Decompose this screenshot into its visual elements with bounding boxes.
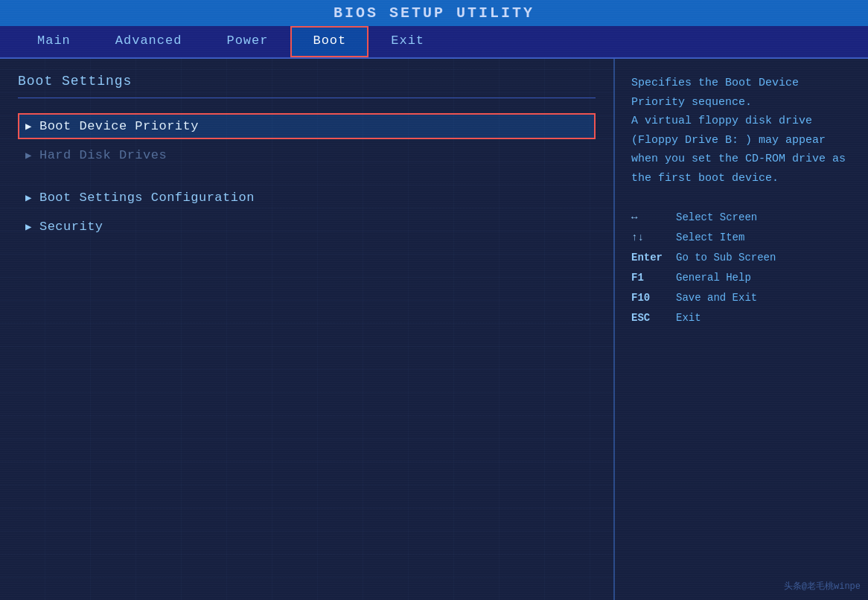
nav-bar: MainAdvancedPowerBootExit xyxy=(0,26,868,59)
key-desc: Select Item xyxy=(676,230,744,246)
arrow-icon: ▶ xyxy=(25,220,32,233)
title-bar: BIOS SETUP UTILITY xyxy=(0,0,868,26)
help-line: Specifies the Boot Device Priority seque… xyxy=(631,74,852,112)
key-desc: Select Screen xyxy=(676,210,757,226)
key-label: ESC xyxy=(631,310,676,326)
nav-item-boot[interactable]: Boot xyxy=(290,26,368,57)
key-desc: Exit xyxy=(676,310,701,326)
key-label: ↑↓ xyxy=(631,230,676,246)
right-panel: Specifies the Boot Device Priority seque… xyxy=(615,59,868,600)
nav-item-advanced[interactable]: Advanced xyxy=(93,26,205,57)
menu-item-security[interactable]: ▶Security xyxy=(18,214,596,240)
watermark: 头条@老毛桃winpe xyxy=(784,580,861,593)
menu-item-label: Boot Settings Configuration xyxy=(39,191,255,205)
main-content: Boot Settings ▶Boot Device Priority▶Hard… xyxy=(0,59,868,600)
title-text: BIOS SETUP UTILITY xyxy=(334,4,534,22)
menu-item-hard-disk-drives[interactable]: ▶Hard Disk Drives xyxy=(18,142,596,168)
nav-item-power[interactable]: Power xyxy=(204,26,290,57)
key-help-row: F10Save and Exit xyxy=(631,290,852,306)
key-help-row: F1General Help xyxy=(631,270,852,286)
section-title: Boot Settings xyxy=(18,74,596,89)
help-line: A virtual floppy disk drive (Floppy Driv… xyxy=(631,112,852,188)
menu-items-container: ▶Boot Device Priority▶Hard Disk Drives▶B… xyxy=(18,113,596,240)
menu-item-label: Boot Device Priority xyxy=(39,119,199,133)
menu-item-boot-settings-configuration[interactable]: ▶Boot Settings Configuration xyxy=(18,185,596,211)
divider xyxy=(18,98,596,98)
left-panel: Boot Settings ▶Boot Device Priority▶Hard… xyxy=(0,59,615,600)
key-help-row: EnterGo to Sub Screen xyxy=(631,250,852,266)
key-help-row: ↔Select Screen xyxy=(631,210,852,226)
key-label: Enter xyxy=(631,250,676,266)
help-text: Specifies the Boot Device Priority seque… xyxy=(631,74,852,188)
key-label: F10 xyxy=(631,290,676,306)
bios-screen: BIOS SETUP UTILITY MainAdvancedPowerBoot… xyxy=(0,0,868,600)
menu-item-boot-device-priority[interactable]: ▶Boot Device Priority xyxy=(18,113,596,139)
arrow-icon: ▶ xyxy=(25,120,32,133)
key-desc: General Help xyxy=(676,270,751,286)
key-help-row: ↑↓Select Item xyxy=(631,230,852,246)
key-label: ↔ xyxy=(631,210,676,226)
nav-item-main[interactable]: Main xyxy=(15,26,93,57)
nav-item-exit[interactable]: Exit xyxy=(368,26,447,57)
key-help-row: ESCExit xyxy=(631,310,852,326)
arrow-icon: ▶ xyxy=(25,191,32,204)
menu-item-label: Hard Disk Drives xyxy=(39,148,167,162)
key-label: F1 xyxy=(631,270,676,286)
arrow-icon: ▶ xyxy=(25,149,32,162)
menu-item-label: Security xyxy=(39,220,103,234)
key-help: ↔Select Screen↑↓Select ItemEnterGo to Su… xyxy=(631,210,852,326)
key-desc: Save and Exit xyxy=(676,290,757,306)
key-desc: Go to Sub Screen xyxy=(676,250,776,266)
